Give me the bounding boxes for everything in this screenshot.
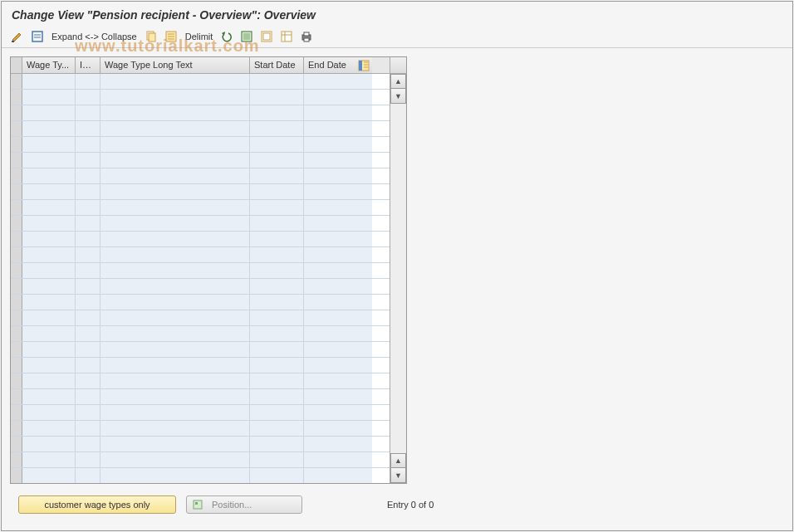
table-row[interactable] [11, 326, 390, 342]
table-row[interactable] [11, 247, 390, 263]
table-row[interactable] [11, 373, 390, 389]
table-row[interactable] [11, 74, 390, 90]
select-block-icon[interactable] [239, 29, 254, 44]
vertical-scrollbar[interactable]: ▲ ▼ ▲ ▼ [390, 57, 406, 483]
select-all-icon[interactable] [164, 29, 179, 44]
column-header-wage-type-long[interactable]: Wage Type Long Text [100, 57, 250, 73]
scroll-down-bottom-button[interactable]: ▼ [390, 468, 406, 483]
other-view-icon[interactable] [30, 29, 45, 44]
table-header: Wage Ty... Inf... Wage Type Long Text St… [11, 57, 390, 74]
configure-columns-icon[interactable] [355, 57, 372, 73]
application-toolbar: Expand <-> Collapse Delimit [2, 25, 792, 48]
column-header-end-date[interactable]: End Date [304, 57, 355, 73]
table-row[interactable] [11, 263, 390, 279]
position-button[interactable]: Position... [186, 495, 302, 514]
print-icon[interactable] [299, 29, 314, 44]
position-icon [192, 499, 203, 510]
table-row[interactable] [11, 279, 390, 295]
position-button-label: Position... [212, 500, 252, 510]
data-table: Wage Ty... Inf... Wage Type Long Text St… [10, 56, 407, 484]
scroll-up-button[interactable]: ▲ [390, 74, 406, 89]
table-row[interactable] [11, 358, 390, 373]
column-header-wage-type[interactable]: Wage Ty... [22, 57, 76, 73]
table-row[interactable] [11, 310, 390, 326]
column-header-start-date[interactable]: Start Date [250, 57, 304, 73]
table-row[interactable] [11, 200, 390, 216]
table-row[interactable] [11, 153, 390, 168]
table-row[interactable] [11, 295, 390, 310]
svg-rect-9 [282, 32, 292, 41]
page-title: Change View "Pension recipient - Overvie… [2, 2, 792, 25]
footer-bar: customer wage types only Position... Ent… [10, 489, 784, 522]
table-row[interactable] [11, 216, 390, 232]
customer-wage-types-button[interactable]: customer wage types only [18, 495, 176, 514]
row-selector-header[interactable] [11, 57, 22, 73]
scroll-track[interactable] [390, 104, 406, 453]
svg-rect-1 [32, 32, 42, 41]
table-body [11, 74, 390, 483]
table-row[interactable] [11, 389, 390, 405]
change-display-icon[interactable] [10, 29, 25, 44]
svg-rect-6 [243, 33, 250, 40]
svg-rect-11 [304, 32, 309, 36]
delimit-button[interactable]: Delimit [184, 32, 215, 41]
svg-rect-16 [195, 502, 198, 505]
table-row[interactable] [11, 137, 390, 153]
table-row[interactable] [11, 421, 390, 437]
table-row[interactable] [11, 90, 390, 105]
table-row[interactable] [11, 121, 390, 137]
deselect-all-icon[interactable] [259, 29, 274, 44]
table-row[interactable] [11, 168, 390, 184]
table-row[interactable] [11, 468, 390, 483]
table-row[interactable] [11, 452, 390, 468]
table-row[interactable] [11, 342, 390, 358]
expand-collapse-button[interactable]: Expand <-> Collapse [50, 32, 139, 41]
table-row[interactable] [11, 437, 390, 452]
entry-count-text: Entry 0 of 0 [387, 500, 434, 510]
table-row[interactable] [11, 105, 390, 121]
table-row[interactable] [11, 184, 390, 200]
table-row[interactable] [11, 232, 390, 247]
table-row[interactable] [11, 405, 390, 421]
svg-rect-12 [304, 38, 309, 41]
column-header-infotype[interactable]: Inf... [76, 57, 100, 73]
svg-rect-0 [12, 41, 14, 42]
copy-icon[interactable] [144, 29, 159, 44]
undo-icon[interactable] [219, 29, 234, 44]
scroll-down-button[interactable]: ▼ [390, 89, 406, 104]
table-settings-icon[interactable] [279, 29, 294, 44]
svg-rect-3 [149, 33, 155, 41]
scroll-up-bottom-button[interactable]: ▲ [390, 453, 406, 468]
svg-rect-14 [359, 61, 362, 71]
